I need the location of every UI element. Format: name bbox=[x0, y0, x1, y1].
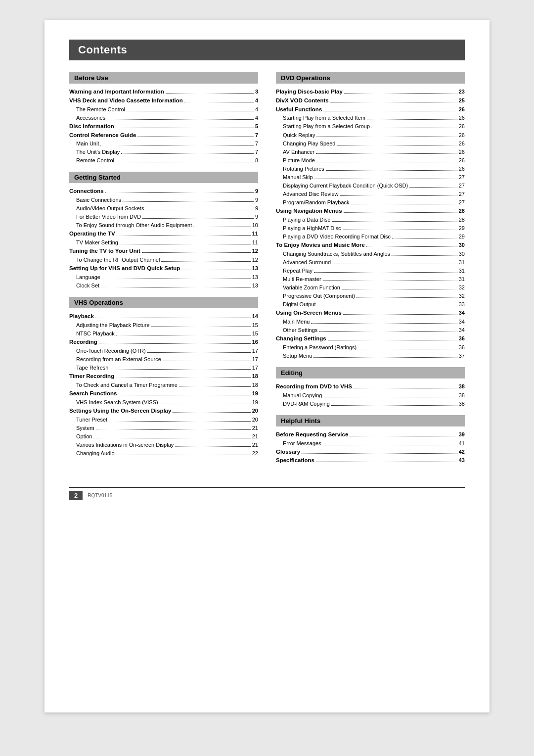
toc-entry: Starting Play from a Selected Item26 bbox=[276, 114, 465, 122]
toc-entry: Playing a DVD Video Recording Format Dis… bbox=[276, 233, 465, 241]
toc-dots bbox=[314, 272, 457, 273]
toc-page-num: 11 bbox=[252, 238, 258, 247]
toc-dots bbox=[392, 238, 457, 238]
toc-label: Variable Zoom Function bbox=[283, 284, 340, 292]
toc-dots bbox=[116, 455, 251, 455]
toc-label: Playing Discs-basic Play bbox=[276, 88, 343, 96]
toc-label: System bbox=[76, 424, 94, 432]
toc-entry: Recording from DVD to VHS38 bbox=[276, 382, 465, 391]
toc-entry: Changing Play Speed26 bbox=[276, 140, 465, 148]
toc-dots bbox=[316, 153, 457, 154]
toc-page-num: 31 bbox=[459, 275, 465, 284]
toc-entry: Playing a Data Disc28 bbox=[276, 216, 465, 224]
toc-label: Basic Connections bbox=[76, 196, 121, 204]
toc-entry: Changing Settings36 bbox=[276, 334, 465, 343]
section-block: DVD OperationsPlaying Discs-basic Play23… bbox=[276, 72, 465, 360]
toc-page-num: 34 bbox=[459, 318, 465, 326]
toc-label: Manual Copying bbox=[283, 391, 322, 400]
toc-entry: Remote Control8 bbox=[69, 156, 258, 165]
toc-entry: Rotating Pictures26 bbox=[276, 165, 465, 173]
toc-entry: Search Functions19 bbox=[69, 389, 258, 398]
toc-label: Recording from an External Source bbox=[76, 355, 161, 364]
toc-label: Advanced Disc Review bbox=[283, 190, 339, 198]
toc-label: Entering a Password (Ratings) bbox=[283, 343, 356, 352]
toc-label: Playback bbox=[69, 312, 94, 321]
toc-label: Quick Replay bbox=[283, 131, 315, 140]
toc-entry: Other Settings34 bbox=[276, 326, 465, 334]
toc-entry: Main Menu34 bbox=[276, 318, 465, 326]
toc-page-num: 12 bbox=[252, 256, 258, 264]
toc-label: Operating the TV bbox=[69, 230, 115, 238]
toc-dots bbox=[101, 287, 251, 287]
toc-dots bbox=[116, 378, 251, 378]
footer: 2 RQTV0115 bbox=[69, 487, 465, 500]
toc-entry: Entering a Password (Ratings)36 bbox=[276, 343, 465, 352]
toc-entry: Operating the TV11 bbox=[69, 230, 258, 238]
toc-entry: Error Messages41 bbox=[276, 439, 465, 448]
toc-label: Before Requesting Service bbox=[276, 430, 348, 439]
toc-entry: Changing Audio22 bbox=[69, 449, 258, 458]
toc-dots bbox=[123, 201, 254, 202]
section-block: Before UseWarning and Important Informat… bbox=[69, 72, 258, 165]
toc-entry: Repeat Play31 bbox=[276, 267, 465, 275]
toc-dots bbox=[166, 93, 254, 94]
toc-entry: System21 bbox=[69, 424, 258, 432]
toc-page-num: 18 bbox=[252, 381, 258, 389]
toc-page-num: 32 bbox=[459, 292, 465, 300]
section-block: VHS OperationsPlayback14Adjusting the Pl… bbox=[69, 297, 258, 458]
toc-dots bbox=[120, 244, 251, 244]
toc-label: Other Settings bbox=[283, 326, 317, 334]
toc-page-num: 31 bbox=[459, 267, 465, 275]
toc-entry: To Enjoy Movies and Music More30 bbox=[276, 241, 465, 250]
toc-dots bbox=[328, 340, 457, 340]
toc-page-num: 27 bbox=[459, 190, 465, 198]
toc-dots bbox=[175, 446, 250, 447]
toc-entry: Main Unit7 bbox=[69, 140, 258, 148]
toc-entry: Disc Information5 bbox=[69, 122, 258, 131]
toc-dots bbox=[105, 192, 254, 193]
toc-label: Disc Information bbox=[69, 122, 114, 131]
section-block: EditingRecording from DVD to VHS38Manual… bbox=[276, 367, 465, 408]
toc-entry: Tuning the TV to Your Unit12 bbox=[69, 247, 258, 256]
toc-page-num: 16 bbox=[252, 338, 258, 346]
toc-entry: Advanced Surround31 bbox=[276, 258, 465, 267]
toc-label: Main Unit bbox=[76, 140, 99, 148]
toc-page-num: 7 bbox=[255, 148, 258, 156]
toc-entry: Warning and Important Information3 bbox=[69, 88, 258, 96]
toc-dots bbox=[343, 314, 457, 315]
toc-label: Search Functions bbox=[69, 389, 117, 398]
toc-entry: Digital Output33 bbox=[276, 300, 465, 309]
toc-entry: DivX VOD Contents25 bbox=[276, 96, 465, 105]
footer-code: RQTV0115 bbox=[88, 493, 112, 498]
toc-page-num: 29 bbox=[459, 233, 465, 241]
toc-page-num: 21 bbox=[252, 441, 258, 449]
toc-page-num: 27 bbox=[459, 173, 465, 182]
toc-entry: Specifications43 bbox=[276, 456, 465, 465]
toc-label: VHS Deck and Video Cassette Information bbox=[69, 96, 183, 105]
toc-dots bbox=[302, 453, 457, 454]
toc-dots bbox=[117, 235, 251, 236]
toc-page-num: 37 bbox=[459, 352, 465, 360]
toc-dots bbox=[127, 111, 254, 111]
toc-label: Tape Refresh bbox=[76, 364, 108, 372]
toc-label: Glossary bbox=[276, 448, 300, 457]
toc-dots bbox=[331, 405, 457, 406]
toc-entry: Control Reference Guide7 bbox=[69, 131, 258, 140]
toc-entry: To Change the RF Output Channel12 bbox=[69, 256, 258, 264]
toc-label: Displaying Current Playback Condition (Q… bbox=[283, 182, 408, 190]
toc-label: Playing a HighMAT Disc bbox=[283, 224, 341, 233]
toc-label: Main Menu bbox=[283, 318, 310, 326]
toc-label: Various Indications in On-screen Display bbox=[76, 441, 174, 449]
toc-page-num: 17 bbox=[252, 364, 258, 372]
toc-label: Changing Settings bbox=[276, 334, 326, 343]
section-block: Helpful HintsBefore Requesting Service39… bbox=[276, 415, 465, 465]
toc-dots bbox=[392, 255, 457, 256]
toc-dots bbox=[193, 227, 251, 227]
toc-page-num: 38 bbox=[459, 391, 465, 400]
toc-page-num: 17 bbox=[252, 347, 258, 355]
section-header: Editing bbox=[276, 367, 465, 378]
toc-dots bbox=[95, 318, 251, 318]
toc-entry: Before Requesting Service39 bbox=[276, 430, 465, 439]
toc-entry: AV Enhancer26 bbox=[276, 148, 465, 156]
toc-page-num: 38 bbox=[459, 400, 465, 408]
